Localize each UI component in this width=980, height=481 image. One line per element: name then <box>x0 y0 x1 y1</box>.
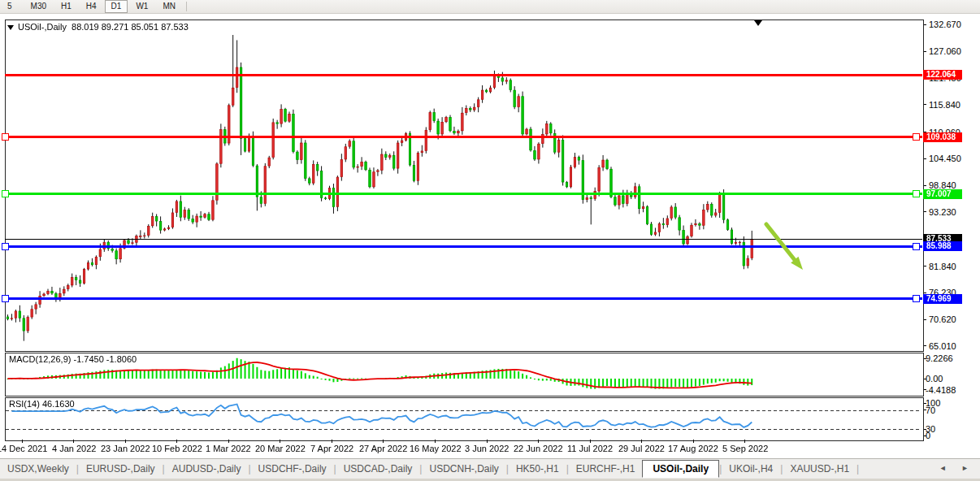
price-axis-tick-mark <box>923 51 926 52</box>
price-axis-tick: 81.840 <box>929 262 956 271</box>
price-axis-tick-mark <box>923 185 926 186</box>
time-axis-label: 14 Dec 2021 <box>0 444 47 453</box>
timeframe-toolbar: 5M30H1H4D1W1MN <box>0 0 980 14</box>
support-line-74[interactable] <box>5 297 922 300</box>
time-axis-tick-mark <box>641 440 642 443</box>
time-axis-tick-mark <box>125 440 126 443</box>
chart-tab-bar: USDX,Weekly|EURUSD-,Daily|AUDUSD-,Daily|… <box>0 458 980 479</box>
price-axis-tick-mark <box>923 345 926 346</box>
time-axis-tick-mark <box>228 440 229 443</box>
support-line-74-left-handle[interactable] <box>2 295 9 302</box>
rsi-indicator-label: RSI(14) 46.1630 <box>9 399 75 409</box>
time-axis-tick-mark <box>590 440 591 443</box>
support-line-85-left-handle[interactable] <box>2 243 9 250</box>
symbol-tab-usdchf-daily[interactable]: USDCHF-,Daily <box>251 461 334 477</box>
time-axis-tick-mark <box>487 440 488 443</box>
timeframe-button-mn[interactable]: MN <box>156 0 182 13</box>
support-line-97-left-handle[interactable] <box>2 190 9 197</box>
resistance-line-109-left-handle[interactable] <box>2 133 9 141</box>
price-axis-tick-mark <box>923 104 926 105</box>
time-axis-tick-mark <box>22 440 23 443</box>
price-axis-tick: 127.060 <box>929 46 961 56</box>
symbol-tab-xauusd-h1[interactable]: XAUUSD-,H1 <box>783 461 856 477</box>
symbol-tab-usdx-weekly[interactable]: USDX,Weekly <box>0 461 76 477</box>
price-axis-tick: 132.670 <box>929 20 961 29</box>
resistance-line-109[interactable] <box>5 136 922 138</box>
time-axis-label: 5 Sep 2022 <box>722 444 768 453</box>
symbol-tab-usdcad-daily[interactable]: USDCAD-,Daily <box>336 461 420 477</box>
time-axis-tick-mark <box>693 440 694 443</box>
rsi-axis-tick: 0 <box>926 431 930 440</box>
support-line-97[interactable] <box>5 193 922 195</box>
time-axis-tick-mark <box>538 440 539 443</box>
price-axis-tick-mark <box>923 319 926 320</box>
price-axis-tick: 115.840 <box>929 100 960 110</box>
time-axis-label: 7 Apr 2022 <box>310 444 353 453</box>
time-axis-label: 16 May 2022 <box>410 444 462 453</box>
symbol-tab-usdcnh-daily[interactable]: USDCNH-,Daily <box>422 461 505 477</box>
time-axis-tick-mark <box>744 440 745 443</box>
time-axis-label: 20 Mar 2022 <box>255 444 306 453</box>
resistance-line-122[interactable] <box>5 74 922 76</box>
support-line-74-price-tag: 74.969 <box>923 294 962 304</box>
time-axis-label: 10 Feb 2022 <box>152 444 202 453</box>
resistance-line-109-price-tag: 109.038 <box>923 132 962 142</box>
sell-arrow-object[interactable] <box>760 219 809 275</box>
macd-axis-tick: 0.00 <box>926 374 943 384</box>
timeframe-button-w1[interactable]: W1 <box>129 0 154 13</box>
support-line-97-right-handle[interactable] <box>913 190 920 197</box>
time-axis-tick-mark <box>435 440 436 443</box>
price-axis-tick-mark <box>923 211 926 212</box>
collapse-indicator-icon[interactable] <box>7 25 14 30</box>
price-axis-tick: 65.010 <box>929 341 956 351</box>
tab-scroll-arrows-icon[interactable]: ◄ ► <box>939 464 975 472</box>
mt4-chart-window: 5M30H1H4D1W1MN USOil-,Daily 88.019 89.27… <box>0 0 980 481</box>
resistance-line-109-right-handle[interactable] <box>913 133 920 141</box>
chart-shift-marker-icon[interactable] <box>754 20 762 26</box>
chart-title: USOil-,Daily 88.019 89.271 85.051 87.533 <box>18 22 189 32</box>
symbol-tab-eurusd-daily[interactable]: EURUSD-,Daily <box>79 461 163 477</box>
timeframe-button-d1[interactable]: D1 <box>105 0 128 13</box>
symbol-tab-ukoil-h4[interactable]: UKOil-,H4 <box>722 461 780 477</box>
symbol-tab-usoil-daily[interactable]: USOil-,Daily <box>642 460 719 478</box>
chart-symbol-period: USOil-,Daily <box>18 22 67 32</box>
timeframe-button-h4[interactable]: H4 <box>80 0 103 13</box>
macd-axis-tick: -4.4188 <box>926 385 956 395</box>
time-axis-tick-mark <box>73 440 74 443</box>
price-axis-tick-mark <box>923 158 926 159</box>
time-axis-label: 23 Jan 2022 <box>101 444 150 453</box>
symbol-tab-hk50-h1[interactable]: HK50-,H1 <box>509 461 566 477</box>
time-axis-label: 4 Jan 2022 <box>52 444 96 453</box>
time-axis-label: 11 Jul 2022 <box>567 444 613 453</box>
macd-axis-tick: 9.2266 <box>926 353 953 363</box>
macd-indicator-label: MACD(12,26,9) -1.7450 -1.8060 <box>9 354 137 364</box>
time-axis-tick-mark <box>176 440 177 443</box>
chart-ohlc-values: 88.019 89.271 85.051 87.533 <box>72 22 189 32</box>
support-line-74-right-handle[interactable] <box>913 295 920 302</box>
price-axis-tick: 93.230 <box>929 207 956 217</box>
time-axis-label: 22 Jun 2022 <box>514 444 563 453</box>
time-axis-label: 1 Mar 2022 <box>206 444 251 453</box>
time-axis-label: 3 Jun 2022 <box>465 444 509 453</box>
rsi-axis-tick: 70 <box>926 405 935 415</box>
price-axis-tick-mark <box>923 24 926 25</box>
symbol-tab-eurchf-h1[interactable]: EURCHF-,H1 <box>569 461 643 477</box>
time-axis-label: 29 Jul 2022 <box>618 444 665 453</box>
price-axis-tick: 70.620 <box>929 314 956 324</box>
toolbar-separator <box>186 2 187 11</box>
tab-separator: | <box>856 463 859 474</box>
price-axis-tick: 104.450 <box>929 154 961 163</box>
resistance-line-122-price-tag: 122.064 <box>923 70 962 80</box>
symbol-tab-audusd-daily[interactable]: AUDUSD-,Daily <box>165 461 249 477</box>
support-line-85-right-handle[interactable] <box>913 243 920 250</box>
support-line-97-price-tag: 97.007 <box>923 189 962 199</box>
timeframe-button-h1[interactable]: H1 <box>54 0 78 13</box>
time-axis-label: 17 Aug 2022 <box>668 444 718 453</box>
price-axis-tick-mark <box>923 266 926 266</box>
timeframe-button-5[interactable]: 5 <box>1 0 19 13</box>
time-axis-tick-mark <box>383 440 384 443</box>
time-axis-tick-mark <box>280 440 280 443</box>
timeframe-button-m30[interactable]: M30 <box>24 0 53 13</box>
time-axis-tick-mark <box>332 440 332 443</box>
time-axis-label: 27 Apr 2022 <box>359 444 407 453</box>
